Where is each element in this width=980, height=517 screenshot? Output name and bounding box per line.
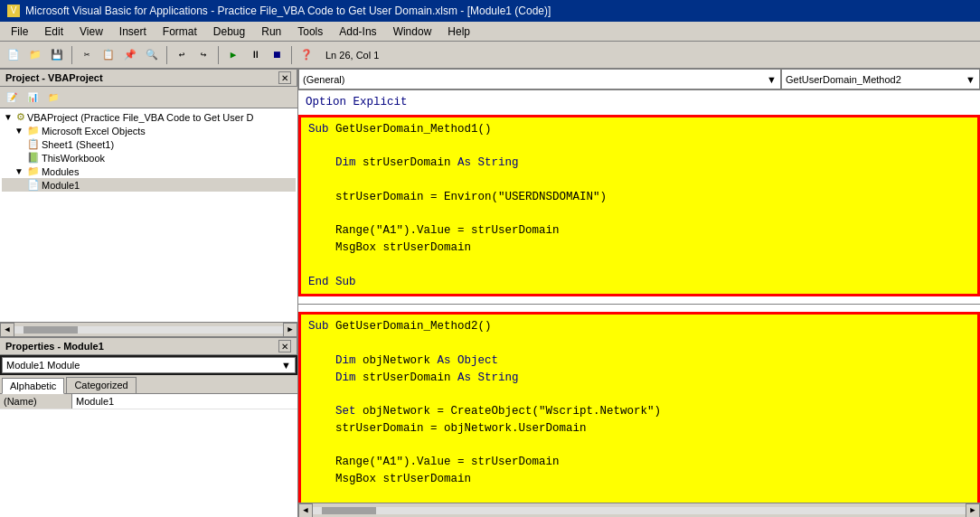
app-icon: V — [7, 5, 20, 17]
project-panel-toolbar: 📝 📊 📁 — [0, 87, 297, 108]
tree-module1[interactable]: 📄 Module1 — [2, 178, 296, 192]
menu-file[interactable]: File — [4, 24, 35, 40]
sub2-blank2 — [308, 386, 970, 403]
tree-modules[interactable]: ▼ 📁 Modules — [2, 164, 296, 178]
code-scroll-right[interactable]: ▶ — [966, 503, 980, 518]
tab-alphabetic[interactable]: Alphabetic — [2, 378, 64, 394]
project-view-code[interactable]: 📝 — [2, 88, 22, 108]
menu-help[interactable]: Help — [440, 24, 477, 40]
sub1-declaration: Sub GetUserDomain_Method1() — [308, 121, 970, 138]
tree-excel-objects[interactable]: ▼ 📁 Microsoft Excel Objects — [2, 124, 296, 137]
project-toggle-folders[interactable]: 📁 — [43, 88, 63, 108]
sub2-blank3 — [308, 437, 970, 455]
title-bar: V Microsoft Visual Basic for Application… — [0, 0, 980, 22]
toolbar-copy[interactable]: 📋 — [99, 45, 118, 65]
toolbar-help[interactable]: ❓ — [297, 45, 316, 65]
menu-insert[interactable]: Insert — [112, 24, 154, 40]
tab-categorized[interactable]: Categorized — [66, 377, 136, 393]
sub2-dim-obj: Dim objNetwork As Object — [308, 352, 970, 370]
sub1-environ: strUserDomain = Environ("USERDNSDOMAIN") — [308, 189, 970, 206]
sub2-blank4 — [308, 488, 970, 503]
sub1-blank1 — [308, 138, 970, 155]
sub1-msgbox: MsgBox strUserDomain — [308, 240, 970, 257]
separator-3 — [218, 46, 219, 64]
toolbar-undo[interactable]: ↩ — [172, 45, 192, 65]
sub1-range: Range("A1").Value = strUserDomain — [308, 222, 970, 240]
sub2-set: Set objNetwork = CreateObject("Wscript.N… — [308, 403, 970, 420]
code-scroll-thumb — [322, 507, 376, 514]
tree-modules-label: Modules — [42, 166, 80, 177]
scroll-right-btn[interactable]: ▶ — [283, 323, 297, 337]
main-layout: Project - VBAProject ✕ 📝 📊 📁 ▼ ⚙ VBAProj… — [0, 69, 980, 517]
tree-thisworkbook[interactable]: 📗 ThisWorkbook — [2, 151, 296, 164]
menu-tools[interactable]: Tools — [290, 24, 330, 40]
menu-run[interactable]: Run — [254, 24, 288, 40]
toolbar: 📄 📁 💾 ✂ 📋 📌 🔍 ↩ ↪ ▶ ⏸ ⏹ ❓ Ln 26, Col 1 — [0, 42, 980, 69]
toolbar-find[interactable]: 🔍 — [142, 45, 162, 65]
sub1-dim: Dim strUserDomain As String — [308, 155, 970, 172]
properties-object-label: Module1 Module — [6, 360, 80, 371]
properties-title: Properties - Module1 — [5, 341, 104, 352]
toolbar-cut[interactable]: ✂ — [77, 45, 97, 65]
tree-sheet1[interactable]: 📋 Sheet1 (Sheet1) — [2, 137, 296, 151]
left-panel: Project - VBAProject ✕ 📝 📊 📁 ▼ ⚙ VBAProj… — [0, 69, 298, 517]
project-view-object[interactable]: 📊 — [23, 88, 42, 108]
code-area: (General) ▼ GetUserDomain_Method2 ▼ Opti… — [298, 69, 980, 517]
tree-vbaproject[interactable]: ▼ ⚙ VBAProject (Practice File_VBA Code t… — [2, 110, 296, 124]
properties-object-dropdown[interactable]: Module1 Module ▼ — [2, 357, 296, 373]
tree-sheet1-label: Sheet1 (Sheet1) — [42, 139, 114, 150]
code-editor[interactable]: Option Explicit Sub GetUserDomain_Method… — [298, 90, 980, 503]
general-combo-arrow: ▼ — [767, 74, 777, 85]
separator-4 — [291, 46, 292, 64]
scroll-left-btn[interactable]: ◀ — [0, 323, 14, 337]
method-combo-label: GetUserDomain_Method2 — [786, 74, 901, 85]
project-hscroll[interactable]: ◀ ▶ — [0, 322, 297, 336]
toolbar-pause[interactable]: ⏸ — [245, 45, 265, 65]
sub1-endsub: End Sub — [308, 274, 970, 291]
tree-module1-label: Module1 — [42, 180, 80, 191]
menu-addins[interactable]: Add-Ins — [332, 24, 383, 40]
scroll-thumb — [24, 326, 78, 334]
toolbar-run[interactable]: ▶ — [223, 45, 243, 65]
menu-view[interactable]: View — [72, 24, 110, 40]
properties-table: (Name) Module1 — [0, 394, 297, 517]
general-combo[interactable]: (General) ▼ — [298, 69, 781, 89]
sub2-dim-str: Dim strUserDomain As String — [308, 370, 970, 387]
code-hscroll[interactable]: ◀ ▶ — [298, 503, 980, 517]
sub2-range: Range("A1").Value = strUserDomain — [308, 454, 970, 471]
method-combo-arrow: ▼ — [966, 74, 975, 85]
scroll-track[interactable] — [14, 326, 283, 334]
separator-1 — [71, 46, 72, 64]
props-name-value[interactable]: Module1 — [72, 394, 297, 409]
code-scroll-track[interactable] — [313, 507, 966, 514]
toolbar-new[interactable]: 📄 — [4, 45, 24, 65]
project-title: Project - VBAProject — [5, 72, 103, 83]
method2-block: Sub GetUserDomain_Method2() Dim objNetwo… — [298, 312, 980, 503]
menu-debug[interactable]: Debug — [206, 24, 252, 40]
method-combo[interactable]: GetUserDomain_Method2 ▼ — [781, 69, 980, 89]
toolbar-redo[interactable]: ↪ — [193, 45, 213, 65]
menu-format[interactable]: Format — [155, 24, 204, 40]
toolbar-paste[interactable]: 📌 — [120, 45, 140, 65]
option-explicit-line: Option Explicit — [306, 94, 973, 111]
sub1-blank3 — [308, 206, 970, 223]
props-name-label: (Name) — [0, 394, 72, 409]
project-close[interactable]: ✕ — [278, 71, 291, 84]
sub2-declaration: Sub GetUserDomain_Method2() — [308, 318, 970, 335]
method1-block: Sub GetUserDomain_Method1() Dim strUserD… — [298, 115, 980, 297]
toolbar-open[interactable]: 📁 — [25, 45, 45, 65]
toolbar-save[interactable]: 💾 — [47, 45, 67, 65]
properties-close[interactable]: ✕ — [278, 340, 291, 352]
properties-panel: Properties - Module1 ✕ Module1 Module ▼ … — [0, 336, 297, 517]
tree-excel-objects-label: Microsoft Excel Objects — [42, 126, 146, 136]
sub1-blank2 — [308, 172, 970, 189]
menu-window[interactable]: Window — [386, 24, 439, 40]
project-panel: Project - VBAProject ✕ 📝 📊 📁 ▼ ⚙ VBAProj… — [0, 69, 297, 336]
code-toolbar: (General) ▼ GetUserDomain_Method2 ▼ — [298, 69, 980, 90]
menu-edit[interactable]: Edit — [37, 24, 71, 40]
toolbar-stop[interactable]: ⏹ — [267, 45, 287, 65]
properties-header: Properties - Module1 ✕ — [0, 337, 297, 355]
code-scroll-left[interactable]: ◀ — [298, 503, 313, 518]
code-gap2 — [306, 305, 973, 310]
project-tree[interactable]: ▼ ⚙ VBAProject (Practice File_VBA Code t… — [0, 108, 297, 322]
